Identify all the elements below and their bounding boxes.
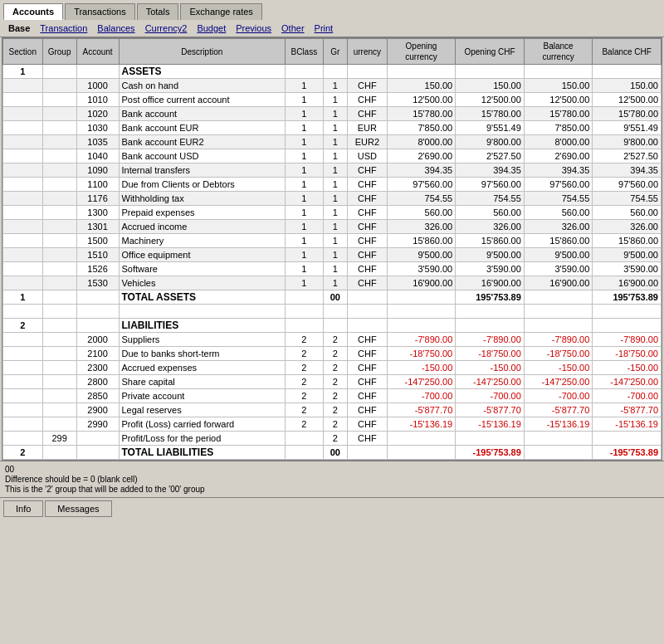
cell-opening-currency: -18'750.00 — [387, 347, 456, 361]
table-row[interactable]: 1040Bank account USD11USD2'690.002'527.5… — [3, 149, 662, 163]
cell-gr: 1 — [323, 206, 347, 220]
cell-bclass: 1 — [286, 178, 324, 192]
cell-section — [3, 220, 43, 234]
cell-opening-currency: -15'136.19 — [387, 417, 456, 432]
menu-other[interactable]: Other — [276, 22, 310, 35]
table-row[interactable]: 1530Vehicles11CHF16'900.0016'900.0016'90… — [3, 276, 662, 290]
table-row[interactable]: 1010Post office current account11CHF12'5… — [3, 93, 662, 107]
table-row[interactable]: 1526Software11CHF3'590.003'590.003'590.0… — [3, 262, 662, 276]
cell-opening-chf: 394.35 — [456, 163, 525, 178]
table-row[interactable]: 1TOTAL ASSETS00195'753.89195'753.89 — [3, 290, 662, 305]
bottom-tab-messages[interactable]: Messages — [45, 500, 111, 517]
cell-balance-currency: 9'500.00 — [524, 248, 593, 262]
table-row[interactable]: 1035Bank account EUR211EUR28'000.009'800… — [3, 135, 662, 149]
cell-desc — [119, 305, 286, 319]
cell-account — [76, 305, 119, 319]
cell-opening-chf: -15'136.19 — [456, 417, 525, 432]
cell-balance-chf: 9'800.00 — [593, 135, 662, 149]
cell-balance-chf: 15'860.00 — [593, 234, 662, 248]
table-row[interactable]: 2100Due to banks short-term22CHF-18'750.… — [3, 347, 662, 361]
cell-balance-currency: 2'690.00 — [524, 149, 593, 163]
tab-transactions[interactable]: Transactions — [65, 3, 135, 20]
cell-gr: 1 — [323, 276, 347, 290]
cell-desc: Bank account EUR2 — [119, 135, 286, 149]
col-header-opening-chf: Opening CHF — [456, 39, 525, 65]
cell-desc: Profit (Loss) carried forward — [119, 417, 286, 432]
menu-print[interactable]: Print — [310, 22, 339, 35]
cell-group — [42, 333, 76, 347]
table-row[interactable]: 2TOTAL LIABILITIES00-195'753.89-195'753.… — [3, 446, 662, 460]
menu-previous[interactable]: Previous — [231, 22, 276, 35]
cell-gr: 2 — [323, 417, 347, 432]
cell-balance-chf: -147'250.00 — [593, 375, 662, 389]
table-row[interactable]: 2850Private account22CHF-700.00-700.00-7… — [3, 389, 662, 403]
table-row[interactable]: 1176Withholding tax11CHF754.55754.55754.… — [3, 192, 662, 206]
cell-section — [3, 234, 43, 248]
table-wrapper[interactable]: Section Group Account Description BClass… — [2, 38, 662, 460]
cell-balance-currency — [524, 305, 593, 319]
table-row[interactable]: 2000Suppliers22CHF-7'890.00-7'890.00-7'8… — [3, 333, 662, 347]
menu-transaction[interactable]: Transaction — [35, 22, 92, 35]
cell-currency: CHF — [348, 403, 388, 417]
table-row[interactable]: 2300Accrued expenses22CHF-150.00-150.00-… — [3, 361, 662, 375]
cell-desc: ASSETS — [119, 65, 286, 79]
menu-balances[interactable]: Balances — [92, 22, 139, 35]
table-row[interactable]: 2900Legal reserves22CHF-5'877.70-5'877.7… — [3, 403, 662, 417]
cell-group — [42, 107, 76, 121]
cell-opening-chf: 326.00 — [456, 220, 525, 234]
menu-currency2[interactable]: Currency2 — [140, 22, 193, 35]
table-row[interactable]: 1090Internal transfers11CHF394.35394.353… — [3, 163, 662, 178]
cell-gr: 1 — [323, 135, 347, 149]
table-row[interactable]: 1000Cash on hand11CHF150.00150.00150.001… — [3, 79, 662, 93]
cell-opening-chf: 15'860.00 — [456, 234, 525, 248]
tab-accounts[interactable]: Accounts — [3, 3, 63, 20]
cell-currency: CHF — [348, 163, 388, 178]
cell-opening-currency — [387, 432, 456, 446]
col-header-gr: Gr — [323, 39, 347, 65]
cell-account: 1500 — [76, 234, 119, 248]
cell-currency: CHF — [348, 206, 388, 220]
cell-section — [3, 389, 43, 403]
table-row[interactable] — [3, 305, 662, 319]
table-row[interactable]: 1020Bank account11CHF15'780.0015'780.001… — [3, 107, 662, 121]
cell-section — [3, 432, 43, 446]
table-row[interactable]: 1300Prepaid expenses11CHF560.00560.00560… — [3, 206, 662, 220]
cell-currency: CHF — [348, 276, 388, 290]
cell-bclass: 2 — [286, 403, 324, 417]
cell-balance-chf: -150.00 — [593, 361, 662, 375]
cell-account: 1030 — [76, 121, 119, 135]
cell-group — [42, 248, 76, 262]
cell-currency: CHF — [348, 234, 388, 248]
bottom-tab-info[interactable]: Info — [3, 500, 43, 517]
cell-bclass: 2 — [286, 389, 324, 403]
cell-currency: CHF — [348, 79, 388, 93]
table-row[interactable]: 1030Bank account EUR11EUR7'850.009'551.4… — [3, 121, 662, 135]
cell-section: 1 — [3, 290, 43, 305]
cell-gr: 1 — [323, 178, 347, 192]
cell-gr: 1 — [323, 79, 347, 93]
tab-exchange-rates[interactable]: Exchange rates — [180, 3, 261, 20]
cell-section — [3, 206, 43, 220]
table-row[interactable]: 1510Office equipment11CHF9'500.009'500.0… — [3, 248, 662, 262]
table-row[interactable]: 2800Share capital22CHF-147'250.00-147'25… — [3, 375, 662, 389]
cell-gr: 1 — [323, 248, 347, 262]
tab-totals[interactable]: Totals — [137, 3, 179, 20]
table-row[interactable]: 299Profit/Loss for the period2CHF — [3, 432, 662, 446]
cell-currency: CHF — [348, 375, 388, 389]
cell-opening-currency: 3'590.00 — [387, 262, 456, 276]
menu-base[interactable]: Base — [3, 22, 35, 35]
cell-group — [42, 79, 76, 93]
cell-balance-chf: 97'560.00 — [593, 178, 662, 192]
table-row[interactable]: 1500Machinery11CHF15'860.0015'860.0015'8… — [3, 234, 662, 248]
menu-budget[interactable]: Budget — [192, 22, 231, 35]
table-row[interactable]: 1100Due from Clients or Debtors11CHF97'5… — [3, 178, 662, 192]
cell-opening-currency — [387, 319, 456, 333]
table-row[interactable]: 1301Accrued income11CHF326.00326.00326.0… — [3, 220, 662, 234]
cell-balance-chf: 15'780.00 — [593, 107, 662, 121]
table-row[interactable]: 2990Profit (Loss) carried forward22CHF-1… — [3, 417, 662, 432]
cell-opening-chf: 15'780.00 — [456, 107, 525, 121]
table-row[interactable]: 2LIABILITIES — [3, 319, 662, 333]
table-row[interactable]: 1ASSETS — [3, 65, 662, 79]
cell-group — [42, 347, 76, 361]
cell-bclass: 1 — [286, 220, 324, 234]
